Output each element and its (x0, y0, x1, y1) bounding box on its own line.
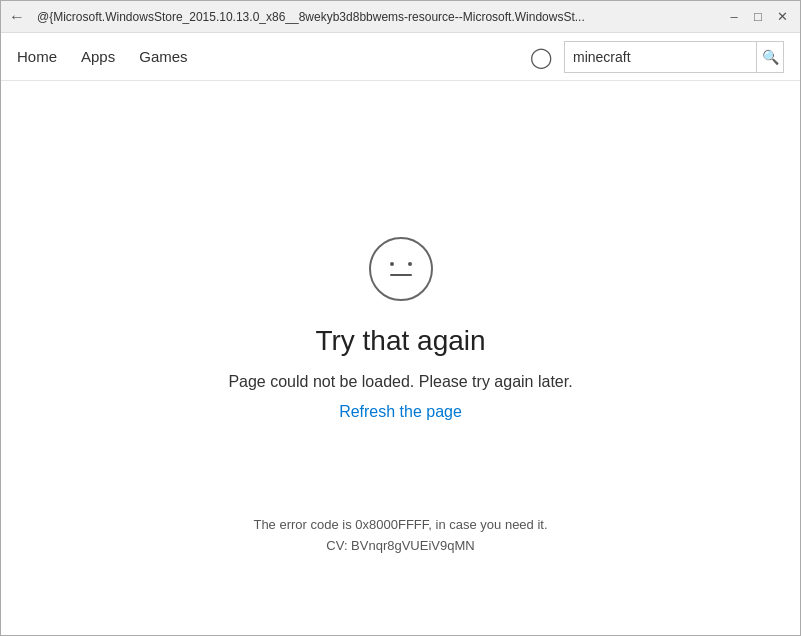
face-inner (371, 239, 431, 299)
nav-links: Home Apps Games (17, 44, 530, 69)
cv-code-text: CV: BVnqr8gVUEiV9qMN (326, 538, 474, 553)
face-mouth (390, 274, 412, 276)
nav-home[interactable]: Home (17, 44, 57, 69)
nav-games[interactable]: Games (139, 44, 187, 69)
minimize-button[interactable]: – (724, 7, 744, 27)
eye-left (390, 262, 394, 266)
face-eyes (390, 262, 412, 266)
window-controls: – □ ✕ (724, 7, 792, 27)
search-box: 🔍 (564, 41, 784, 73)
footer-area: The error code is 0x8000FFFF, in case yo… (1, 517, 800, 553)
close-button[interactable]: ✕ (772, 7, 792, 27)
address-bar: @{Microsoft.WindowsStore_2015.10.13.0_x8… (37, 10, 716, 24)
nav-right: ◯ 🔍 (530, 41, 784, 73)
search-button[interactable]: 🔍 (756, 41, 783, 73)
error-title: Try that again (315, 325, 485, 357)
search-input[interactable] (565, 42, 756, 72)
nav-bar: Home Apps Games ◯ 🔍 (1, 33, 800, 81)
error-icon (369, 237, 433, 301)
back-button[interactable]: ← (9, 8, 25, 26)
error-message: Page could not be loaded. Please try aga… (228, 373, 572, 391)
refresh-link[interactable]: Refresh the page (339, 403, 462, 421)
error-code-text: The error code is 0x8000FFFF, in case yo… (253, 517, 547, 532)
user-icon[interactable]: ◯ (530, 45, 552, 69)
eye-right (408, 262, 412, 266)
title-bar: ← @{Microsoft.WindowsStore_2015.10.13.0_… (1, 1, 800, 33)
nav-apps[interactable]: Apps (81, 44, 115, 69)
main-content: Try that again Page could not be loaded.… (1, 81, 800, 577)
maximize-button[interactable]: □ (748, 7, 768, 27)
